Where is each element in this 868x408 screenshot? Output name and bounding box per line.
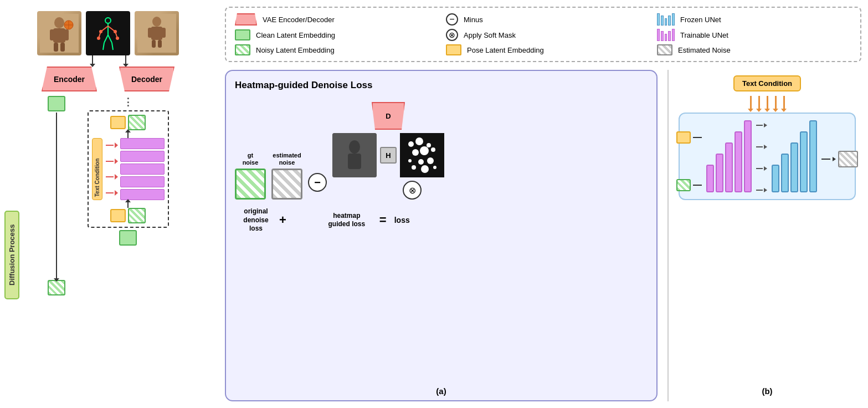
svg-rect-4: [64, 29, 69, 40]
noisy-input-b: [676, 179, 691, 191]
dashed-unet-container: Text Condition: [88, 110, 169, 228]
clean-latent-1: [48, 96, 65, 111]
vertical-divider: [667, 70, 669, 401]
legend-estimated-noise-label: Estimated Noise: [678, 46, 731, 54]
svg-rect-31: [158, 40, 162, 48]
svg-point-22: [114, 30, 117, 33]
f-bar-2: [781, 154, 789, 192]
diffusion-process-label: Diffusion Process: [4, 211, 19, 299]
orange-arrow-4: [775, 96, 777, 109]
gt-noise-label: gtnoise: [243, 152, 259, 166]
estimated-noise-label: estimatednoise: [273, 152, 301, 166]
text-condition-box: Text Condition: [733, 75, 801, 91]
plus-sign: +: [279, 213, 286, 227]
text-condition-label: Text Condition: [92, 138, 102, 200]
svg-point-43: [418, 159, 424, 165]
svg-rect-3: [50, 29, 54, 40]
noisy-latent-output: [48, 280, 65, 295]
legend-frozen-unet-icon: [657, 13, 675, 26]
figure-a-label: (a): [436, 386, 446, 396]
svg-rect-28: [148, 28, 152, 38]
svg-point-44: [427, 157, 434, 164]
legend-soft-mask: ⊗ Apply Soft Mask: [446, 29, 640, 41]
legend-minus-label: Minus: [464, 16, 483, 24]
legend-noisy-latent-icon: [235, 44, 250, 55]
svg-rect-6: [60, 43, 65, 52]
legend-minus-icon: −: [446, 13, 458, 26]
estimated-noise-output: [838, 151, 858, 167]
panel-b: Text Condition: [673, 70, 861, 401]
legend-clean-latent-icon: [235, 29, 250, 40]
encoder-decoder-row: Encoder Decoder: [42, 67, 174, 91]
person-image-1: [37, 11, 81, 55]
legend-vae: VAE Encoder/Decoder: [235, 13, 429, 26]
heatmap-guided-label: heatmapguided loss: [327, 212, 366, 229]
unet-bar-3: [120, 164, 165, 175]
legend-pose-latent-icon: [446, 44, 461, 55]
clean-latent-2: [119, 230, 137, 246]
orange-arrow-3: [767, 96, 768, 109]
legend-trainable-unet: Trainable UNet: [657, 29, 851, 41]
f-bar-3: [790, 142, 798, 192]
heatmap-section: Heatmap-guided Denoise Loss gtnoise esti…: [225, 70, 658, 401]
soft-mask-circle: ⊗: [403, 181, 422, 200]
main-down-arrow: [56, 113, 57, 279]
orange-arrow-1: [750, 96, 752, 109]
left-panel: Encoder Decoder ⋮: [0, 0, 216, 408]
svg-point-24: [116, 37, 119, 40]
svg-rect-2: [53, 28, 65, 43]
legend-frozen-unet-label: Frozen UNet: [680, 16, 721, 24]
pose-latent-top: [110, 116, 126, 129]
unet-bar-4: [120, 176, 165, 187]
svg-rect-5: [54, 43, 58, 52]
h-box: H: [380, 147, 397, 164]
heatmap-dots-box: [400, 133, 444, 177]
gt-noise-col: gtnoise: [235, 152, 266, 200]
svg-point-47: [433, 166, 436, 169]
legend-minus: − Minus: [446, 13, 640, 26]
loss-label: loss: [394, 216, 410, 225]
noisy-latent-bottom: [128, 208, 146, 223]
svg-rect-30: [152, 40, 156, 48]
noisy-latent-top: [128, 115, 146, 130]
f-bar-5: [809, 120, 817, 192]
orange-arrow-5: [783, 96, 785, 109]
f-bar-4: [800, 131, 808, 192]
frozen-unet-b: [772, 120, 817, 192]
legend-estimated-noise-icon: [657, 44, 672, 55]
legend-clean-latent-label: Clean Latent Embedding: [256, 31, 335, 39]
legend-trainable-unet-icon: [657, 29, 675, 41]
svg-point-33: [349, 140, 360, 154]
unet-bar-1: [120, 138, 165, 149]
f-bar-1: [772, 165, 779, 192]
svg-point-23: [97, 37, 100, 40]
t-bar-2: [716, 154, 723, 192]
b-inner-container: [679, 113, 856, 200]
unet-bar-2: [120, 151, 165, 162]
main-panel: VAE Encoder/Decoder − Minus Frozen UNet …: [216, 0, 868, 408]
equals-sign: =: [379, 213, 387, 227]
svg-point-39: [412, 149, 419, 156]
orange-arrow-2: [758, 96, 760, 109]
svg-point-45: [412, 165, 416, 170]
top-images: [37, 11, 179, 55]
arrow-img2-decoder: [125, 55, 126, 64]
legend-pose-latent-label: Pose Latent Embedding: [467, 46, 544, 54]
legend-box: VAE Encoder/Decoder − Minus Frozen UNet …: [225, 7, 861, 62]
t-bar-5: [744, 120, 752, 192]
encoder-box: Encoder: [42, 67, 97, 91]
original-denoise-label: originaldenoise loss: [240, 207, 271, 233]
legend-noisy-latent-label: Noisy Latent Embedding: [256, 46, 335, 54]
person-image-2: [135, 11, 179, 55]
legend-soft-mask-icon: ⊗: [446, 29, 458, 41]
decoder-box: Decoder: [119, 67, 174, 91]
legend-vae-label: VAE Encoder/Decoder: [263, 16, 335, 24]
svg-rect-27: [151, 27, 162, 40]
decoder-d-box: D: [372, 102, 405, 130]
estimated-noise-icon: [271, 169, 302, 200]
gt-noise-icon: [235, 169, 266, 200]
svg-point-21: [99, 30, 102, 33]
svg-point-36: [408, 141, 414, 147]
h-label: H: [386, 151, 391, 160]
arrow-img1-encoder: [92, 55, 93, 64]
